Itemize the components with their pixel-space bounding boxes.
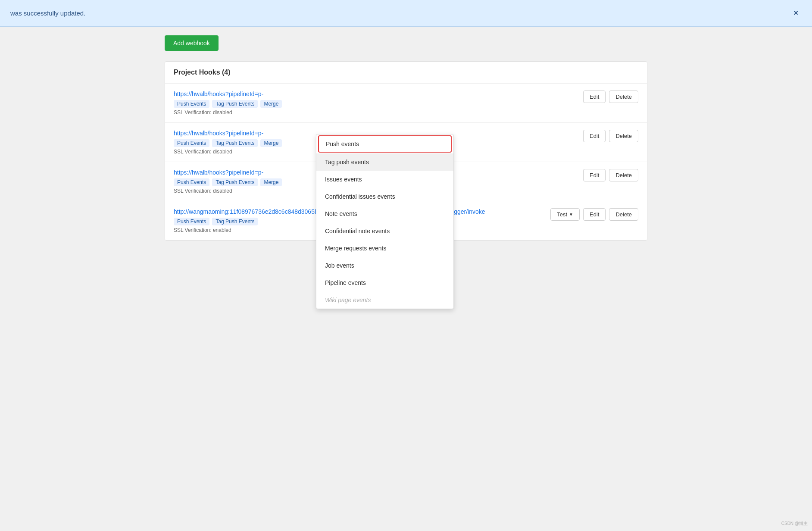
hook-tag-tag-push-events-4: Tag Push Events [212, 218, 258, 225]
hook-tag-tag-push-events-3: Tag Push Events [212, 178, 258, 186]
page-content: Add webhook Project Hooks (4) https://hw… [147, 27, 665, 250]
delete-button-2[interactable]: Delete [609, 130, 638, 142]
hook-item-1: https://hwalb/hooks?pipelineId=p- Push E… [165, 84, 647, 123]
hook-tag-tag-push-events: Tag Push Events [212, 100, 258, 108]
edit-button-2[interactable]: Edit [583, 130, 606, 142]
project-hooks-header: Project Hooks (4) [165, 62, 647, 84]
hook-info-1: https://hwalb/hooks?pipelineId=p- Push E… [174, 91, 576, 116]
delete-button-3[interactable]: Delete [609, 169, 638, 181]
hook-tag-merge-2: Merge [260, 139, 282, 147]
edit-button-3[interactable]: Edit [583, 169, 606, 181]
close-banner-button[interactable]: × [790, 7, 802, 19]
dropdown-item-confidential-note[interactable]: Confidential note events [316, 222, 453, 240]
dropdown-item-issues-events[interactable]: Issues events [316, 171, 453, 188]
success-message: was successfully updated. [10, 9, 85, 17]
delete-button-1[interactable]: Delete [609, 91, 638, 103]
dropdown-item-push-events[interactable]: Push events [318, 135, 452, 153]
watermark: CSDN @博主 [781, 521, 808, 527]
hook-actions-1: Edit Delete [583, 91, 638, 103]
hook-actions-2: Edit Delete [583, 130, 638, 142]
hook-tag-merge-3: Merge [260, 178, 282, 186]
dropdown-item-note-events[interactable]: Note events [316, 205, 453, 222]
dropdown-item-tag-push-events[interactable]: Tag push events [316, 153, 453, 171]
hook-tag-push-events: Push Events [174, 100, 209, 108]
edit-button-4[interactable]: Edit [583, 208, 606, 221]
hook-url-1: https://hwalb/hooks?pipelineId=p- [174, 91, 576, 97]
project-hooks-container: Project Hooks (4) https://hwalb/hooks?pi… [165, 61, 647, 241]
hook-tags-1: Push Events Tag Push Events Merge [174, 100, 576, 108]
hook-ssl-1: SSL Verification: disabled [174, 109, 576, 116]
test-button-4[interactable]: Test ▼ [550, 208, 580, 221]
success-banner: was successfully updated. × [0, 0, 812, 27]
add-webhook-button[interactable]: Add webhook [165, 35, 219, 51]
hook-tag-merge: Merge [260, 100, 282, 108]
hook-tag-push-events-4: Push Events [174, 218, 209, 225]
hook-tag-tag-push-events-2: Tag Push Events [212, 139, 258, 147]
chevron-down-icon: ▼ [569, 212, 573, 217]
hook-tag-push-events-3: Push Events [174, 178, 209, 186]
dropdown-item-merge-requests[interactable]: Merge requests events [316, 240, 453, 257]
test-label: Test [557, 211, 567, 218]
dropdown-item-pipeline-events[interactable]: Pipeline events [316, 274, 453, 291]
edit-button-1[interactable]: Edit [583, 91, 606, 103]
dropdown-menu: Push events Tag push events Issues event… [316, 134, 454, 309]
hook-actions-4: Test ▼ Edit Delete [550, 208, 638, 221]
dropdown-item-confidential-issues[interactable]: Confidential issues events [316, 188, 453, 205]
delete-button-4[interactable]: Delete [609, 208, 638, 221]
dropdown-item-job-events[interactable]: Job events [316, 257, 453, 274]
hook-tag-push-events-2: Push Events [174, 139, 209, 147]
dropdown-item-wiki-page[interactable]: Wiki page events [316, 291, 453, 309]
hook-actions-3: Edit Delete [583, 169, 638, 181]
